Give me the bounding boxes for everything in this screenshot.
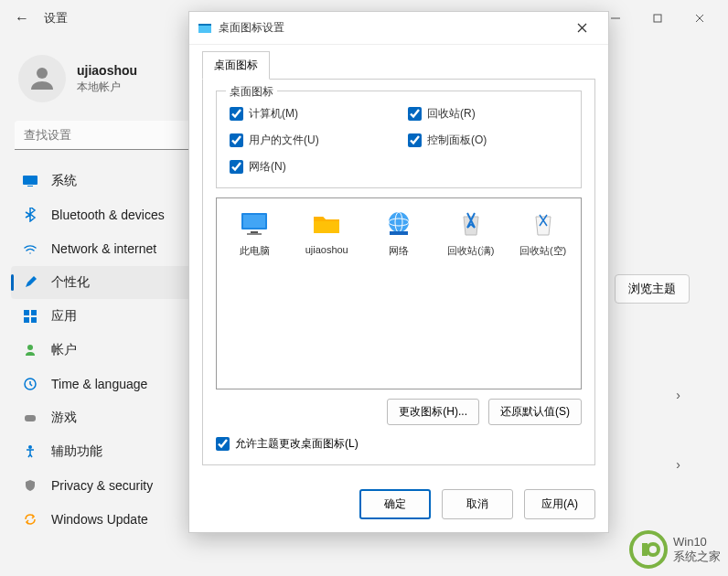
svg-rect-21 — [251, 231, 258, 233]
checkbox-input[interactable] — [408, 133, 422, 147]
recycle-full-icon — [455, 208, 487, 240]
icon-item-this-pc[interactable]: 此电脑 — [222, 208, 287, 258]
accessibility-icon — [22, 443, 38, 460]
wifi-icon — [22, 240, 38, 257]
checkbox-input[interactable] — [230, 133, 243, 147]
system-icon — [22, 173, 38, 189]
svg-rect-5 — [23, 176, 37, 185]
svg-point-11 — [27, 345, 33, 350]
svg-point-4 — [37, 68, 48, 79]
icon-label: 回收站(空) — [519, 244, 566, 258]
checkbox-input[interactable] — [216, 437, 230, 451]
monitor-icon — [238, 208, 271, 240]
globe-icon — [382, 208, 415, 240]
checkbox-network[interactable]: 网络(N) — [230, 159, 390, 175]
svg-rect-7 — [24, 310, 29, 315]
back-button[interactable]: ← — [7, 4, 37, 33]
svg-point-29 — [648, 544, 658, 555]
svg-point-23 — [389, 212, 409, 232]
sidebar-item-label: 游戏 — [51, 410, 77, 426]
gaming-icon — [22, 410, 38, 426]
checkbox-input[interactable] — [230, 160, 243, 174]
svg-rect-8 — [31, 310, 37, 315]
checkbox-input[interactable] — [230, 107, 243, 121]
shield-icon — [22, 477, 38, 494]
desktop-icons-fieldset: 桌面图标 计算机(M) 回收站(R) 用户的文件(U) 控制面板(O) 网络(N… — [216, 91, 582, 188]
icon-label: ujiaoshou — [305, 244, 348, 255]
watermark: Win10 系统之家 — [629, 530, 721, 569]
sidebar-item-label: Network & internet — [51, 241, 156, 256]
fieldset-legend: 桌面图标 — [226, 84, 277, 100]
svg-rect-13 — [25, 415, 36, 421]
dialog-titlebar: 桌面图标设置 — [189, 12, 608, 45]
svg-rect-9 — [24, 317, 29, 323]
svg-point-14 — [28, 445, 32, 449]
sidebar-item-label: 系统 — [51, 173, 77, 189]
dialog-close-button[interactable] — [562, 15, 601, 42]
close-button[interactable] — [679, 4, 721, 33]
expander-row[interactable]: › — [665, 377, 691, 413]
dialog-footer: 确定 取消 应用(A) — [189, 478, 608, 532]
sidebar-item-label: Windows Update — [51, 512, 148, 527]
account-type: 本地帐户 — [77, 80, 137, 95]
sidebar-item-label: 辅助功能 — [51, 443, 102, 460]
restore-default-button[interactable]: 还原默认值(S) — [488, 399, 582, 425]
icon-item-recycle-empty[interactable]: 回收站(空) — [510, 208, 575, 258]
watermark-line1: Win10 — [673, 535, 721, 549]
desktop-icon-settings-dialog: 桌面图标设置 桌面图标 桌面图标 计算机(M) 回收站(R) 用户的文件(U) … — [188, 11, 609, 533]
avatar — [18, 55, 66, 102]
sidebar-item-label: 应用 — [51, 308, 77, 325]
watermark-logo-icon — [629, 530, 668, 569]
svg-rect-22 — [247, 233, 262, 235]
cancel-button[interactable]: 取消 — [442, 489, 513, 519]
sidebar-item-label: 个性化 — [51, 274, 90, 291]
browse-theme-button[interactable]: 浏览主题 — [615, 274, 690, 304]
chevron-right-icon: › — [676, 457, 680, 472]
sidebar-item-label: Time & language — [51, 377, 147, 391]
icon-label: 此电脑 — [240, 244, 270, 258]
sidebar-item-label: Privacy & security — [51, 478, 153, 493]
svg-rect-10 — [31, 317, 37, 323]
recycle-empty-icon — [527, 208, 560, 240]
expander-row[interactable]: › — [665, 446, 691, 483]
bluetooth-icon — [22, 207, 38, 223]
svg-rect-26 — [390, 231, 408, 235]
update-icon — [22, 511, 38, 528]
folder-icon — [310, 208, 343, 240]
icon-label: 回收站(满) — [447, 244, 494, 258]
checkbox-userfiles[interactable]: 用户的文件(U) — [230, 133, 390, 148]
ok-button[interactable]: 确定 — [359, 489, 431, 519]
svg-rect-16 — [198, 24, 211, 26]
tab-desktop-icons[interactable]: 桌面图标 — [202, 51, 270, 80]
icon-preview-list: 此电脑 ujiaoshou 网络 回收站(满) 回收站(空) — [216, 197, 582, 389]
maximize-button[interactable] — [637, 4, 679, 33]
allow-theme-checkbox[interactable]: 允许主题更改桌面图标(L) — [216, 436, 582, 452]
checkbox-computer[interactable]: 计算机(M) — [230, 106, 390, 122]
dialog-title: 桌面图标设置 — [219, 20, 284, 36]
accounts-icon — [22, 342, 38, 358]
checkbox-recycle[interactable]: 回收站(R) — [408, 106, 568, 122]
window-title: 设置 — [44, 10, 68, 27]
username: ujiaoshou — [77, 63, 137, 78]
sidebar-item-label: Bluetooth & devices — [51, 208, 165, 222]
brush-icon — [22, 274, 38, 291]
svg-rect-6 — [27, 186, 33, 187]
watermark-line2: 系统之家 — [673, 549, 721, 564]
icon-item-user-folder[interactable]: ujiaoshou — [294, 208, 359, 255]
dialog-icon — [197, 20, 213, 37]
svg-rect-1 — [654, 15, 661, 22]
icon-item-recycle-full[interactable]: 回收站(满) — [438, 208, 503, 258]
checkbox-control[interactable]: 控制面板(O) — [408, 133, 568, 148]
svg-rect-20 — [243, 215, 265, 228]
icon-label: 网络 — [389, 244, 409, 258]
chevron-right-icon: › — [676, 388, 680, 402]
sidebar-item-label: 帐户 — [51, 342, 77, 358]
clock-icon — [22, 376, 38, 392]
checkbox-input[interactable] — [408, 107, 422, 121]
icon-item-network[interactable]: 网络 — [367, 208, 432, 258]
apps-icon — [22, 308, 38, 325]
apply-button[interactable]: 应用(A) — [524, 489, 595, 519]
change-icon-button[interactable]: 更改图标(H)... — [387, 399, 479, 425]
